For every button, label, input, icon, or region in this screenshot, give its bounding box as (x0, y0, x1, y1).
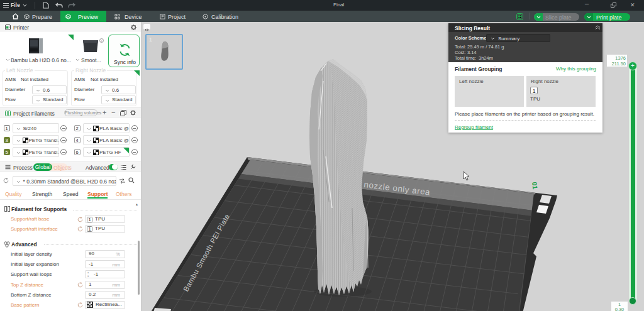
svg-text:01: 01 (531, 181, 539, 189)
